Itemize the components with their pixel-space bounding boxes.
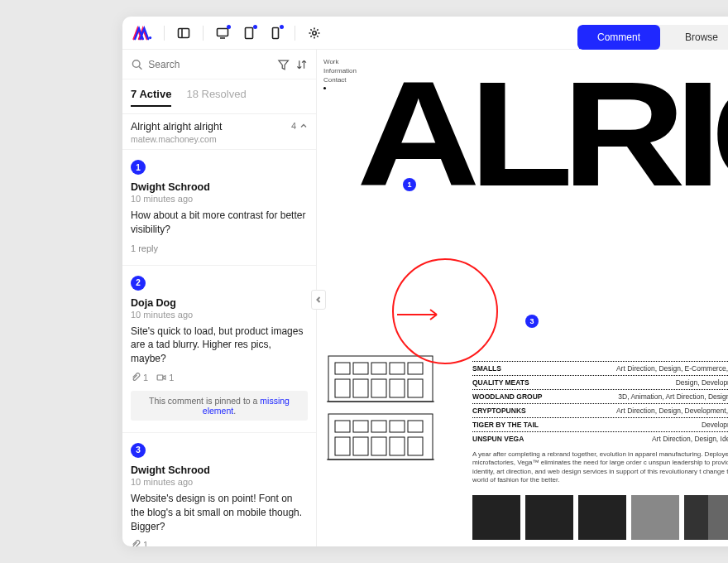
attachments: 11 xyxy=(131,373,308,383)
project-thumbs xyxy=(472,495,728,540)
project-tags: Development xyxy=(702,421,728,429)
thumb[interactable] xyxy=(525,495,573,540)
attachment-video: 1 xyxy=(156,373,174,383)
svg-point-7 xyxy=(313,31,316,34)
sort-icon[interactable] xyxy=(295,58,308,71)
preview-pin-3[interactable]: 3 xyxy=(525,315,539,328)
app-logo xyxy=(132,26,152,41)
svg-rect-16 xyxy=(408,363,423,374)
comment-badge: 3 xyxy=(131,443,146,458)
site-nav: Work Information Contact xyxy=(323,58,357,89)
comment-author: Doja Dog xyxy=(131,297,308,309)
attachment-clip: 1 xyxy=(131,373,148,383)
thumb[interactable] xyxy=(472,495,520,540)
project-tags: Art Direction, Design, E-Commerce, Stra xyxy=(616,364,728,373)
projects-list: SMALLSArt Direction, Design, E-Commerce,… xyxy=(472,361,728,546)
svg-rect-10 xyxy=(157,375,163,380)
svg-rect-14 xyxy=(371,363,386,374)
pinned-notice: This comment is pinned to a missing elem… xyxy=(131,391,308,421)
missing-element-link[interactable]: missing element xyxy=(203,396,290,416)
mobile-view-icon[interactable] xyxy=(265,22,286,44)
tab-browse[interactable]: Browse xyxy=(660,25,728,50)
project-paragraph: A year after completing a rebrand togeth… xyxy=(472,450,728,485)
comment-time: 10 minutes ago xyxy=(131,310,308,320)
svg-rect-31 xyxy=(371,437,386,455)
tab-comment[interactable]: Comment xyxy=(577,25,660,50)
comments-panel: 7 Active 18 Resolved Alright alright alr… xyxy=(122,50,317,546)
thread-title: Alright alright alright xyxy=(131,121,222,132)
project-row[interactable]: QUALITY MEATSDesign, Development xyxy=(472,375,728,389)
nav-work[interactable]: Work xyxy=(323,58,357,67)
project-name: SMALLS xyxy=(472,364,501,373)
resolved-label: Resolved xyxy=(202,88,247,100)
chevron-up-icon xyxy=(299,122,308,130)
chevron-left-icon xyxy=(315,296,322,303)
project-row[interactable]: UNSPUN VEGAArt Direction, Design, Identi… xyxy=(472,431,728,445)
svg-point-0 xyxy=(149,36,151,39)
svg-rect-24 xyxy=(335,421,350,432)
video-icon xyxy=(156,373,166,383)
comment-item[interactable]: 1Dwight Schrood10 minutes agoHow about a… xyxy=(122,150,316,266)
svg-point-8 xyxy=(132,60,140,67)
status-tabs: 7 Active 18 Resolved xyxy=(122,79,316,114)
comment-time: 10 minutes ago xyxy=(131,194,308,204)
search-icon xyxy=(131,58,143,71)
thread-url: matew.machoney.com xyxy=(131,134,222,144)
svg-rect-13 xyxy=(353,363,368,374)
settings-gear-icon[interactable] xyxy=(304,22,325,44)
comment-body: Website's design is on point! Font on th… xyxy=(131,492,308,533)
thumb[interactable] xyxy=(631,495,679,540)
filter-icon[interactable] xyxy=(277,58,290,71)
project-row[interactable]: CRYPTOPUNKSArt Direction, Design, Develo… xyxy=(472,403,728,417)
project-name: QUALITY MEATS xyxy=(472,378,529,387)
nav-information[interactable]: Information xyxy=(323,67,357,76)
project-name: WOODLAND GROUP xyxy=(472,392,543,401)
attachment-clip: 1 xyxy=(131,540,148,546)
divider xyxy=(164,26,165,41)
svg-rect-33 xyxy=(408,437,423,455)
preview-pin-1[interactable]: 1 xyxy=(403,178,416,191)
svg-rect-3 xyxy=(218,28,228,36)
svg-rect-20 xyxy=(390,379,405,397)
comment-item[interactable]: 2Doja Dog10 minutes agoSite's quick to l… xyxy=(122,266,316,433)
thumb[interactable] xyxy=(684,495,728,540)
attachments: 1 xyxy=(131,540,308,546)
svg-rect-5 xyxy=(246,27,253,38)
divider xyxy=(203,26,204,41)
project-row[interactable]: SMALLSArt Direction, Design, E-Commerce,… xyxy=(472,361,728,375)
svg-rect-19 xyxy=(371,379,386,397)
active-label: Active xyxy=(139,88,171,100)
svg-rect-32 xyxy=(390,437,405,455)
tab-active[interactable]: 7 Active xyxy=(131,88,171,107)
comment-item[interactable]: 3Dwight Schrood10 minutes agoWebsite's d… xyxy=(122,433,316,546)
page-preview[interactable]: Work Information Contact ALRIG 1 3 SMALL… xyxy=(317,50,728,546)
desktop-view-icon[interactable] xyxy=(212,22,233,44)
comment-body: Site's quick to load, but product images… xyxy=(131,325,308,366)
tab-resolved[interactable]: 18 Resolved xyxy=(186,88,246,107)
search-input[interactable] xyxy=(148,59,272,70)
project-tags: Design, Development xyxy=(676,378,728,387)
svg-rect-1 xyxy=(179,28,189,37)
svg-rect-26 xyxy=(371,421,386,432)
panel-collapse-handle[interactable] xyxy=(311,290,326,310)
project-row[interactable]: WOODLAND GROUP3D, Animation, Art Directi… xyxy=(472,389,728,403)
project-name: UNSPUN VEGA xyxy=(472,435,524,443)
svg-rect-6 xyxy=(273,27,279,38)
svg-rect-25 xyxy=(353,421,368,432)
tablet-view-icon[interactable] xyxy=(238,22,260,44)
svg-rect-21 xyxy=(408,379,423,397)
comments-list[interactable]: 1Dwight Schrood10 minutes agoHow about a… xyxy=(122,150,316,546)
project-name: TIGER BY THE TAIL xyxy=(472,421,539,429)
paperclip-icon xyxy=(131,540,141,546)
sidebar-toggle-icon[interactable] xyxy=(173,22,194,44)
thread-header[interactable]: Alright alright alright matew.machoney.c… xyxy=(122,114,316,150)
thumb[interactable] xyxy=(578,495,626,540)
project-tags: 3D, Animation, Art Direction, Design, De xyxy=(618,392,728,401)
nav-contact[interactable]: Contact xyxy=(323,76,357,85)
comment-author: Dwight Schrood xyxy=(131,181,308,193)
project-row[interactable]: TIGER BY THE TAILDevelopment xyxy=(472,417,728,431)
project-name: CRYPTOPUNKS xyxy=(472,407,526,415)
resolved-count: 18 xyxy=(186,88,198,100)
svg-rect-15 xyxy=(390,363,405,374)
reply-count[interactable]: 1 reply xyxy=(131,243,308,253)
